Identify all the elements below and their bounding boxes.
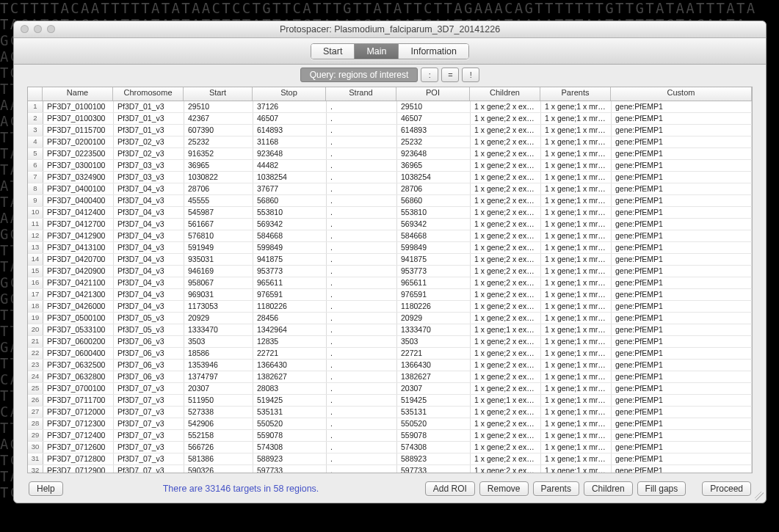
cell-strand: . [327, 336, 397, 347]
cell-stop: 1038254 [253, 172, 327, 183]
header-name[interactable]: Name [43, 87, 113, 101]
table-row[interactable]: 20PF3D7_0533100Pf3D7_05_v313334701342964… [28, 324, 752, 336]
table-row[interactable]: 4PF3D7_0200100Pf3D7_02_v32523231168.2523… [28, 136, 752, 148]
cell-custom: gene:PfEMP1 [612, 407, 752, 418]
cell-children: 1 x gene;2 x ex… [471, 453, 541, 464]
add-roi-button[interactable]: Add ROI [425, 481, 475, 496]
table-row[interactable]: 30PF3D7_0712600Pf3D7_07_v3566726574308.5… [28, 442, 752, 453]
cell-children: 1 x gene;2 x ex… [471, 148, 541, 159]
cell-children: 1 x gene;2 x ex… [471, 113, 541, 124]
cell-strand: . [327, 136, 397, 147]
cell-name: PF3D7_0420900 [43, 266, 114, 277]
table-row[interactable]: 8PF3D7_0400100Pf3D7_04_v32870637677.2870… [28, 183, 752, 195]
table-body[interactable]: 1PF3D7_0100100Pf3D7_01_v32951037126.2951… [28, 101, 752, 473]
query-bang-button[interactable]: ! [462, 68, 479, 82]
cell-parents: 1 x gene;1 x mr… [541, 360, 612, 371]
cell-stop: 37126 [253, 101, 327, 112]
table-row[interactable]: 23PF3D7_0632500Pf3D7_06_v313539461366430… [28, 360, 752, 371]
help-button[interactable]: Help [29, 481, 63, 496]
cell-parents: 1 x gene;1 x mr… [541, 418, 612, 429]
tab-main[interactable]: Main [355, 44, 399, 59]
header-poi[interactable]: POI [396, 87, 470, 101]
table-row[interactable]: 15PF3D7_0420900Pf3D7_04_v3946169953773.9… [28, 266, 752, 277]
table-row[interactable]: 10PF3D7_0412400Pf3D7_04_v3545987553810.5… [28, 207, 752, 219]
cell-strand: . [327, 101, 397, 112]
cell-start: 561667 [184, 219, 253, 230]
table-row[interactable]: 2PF3D7_0100300Pf3D7_01_v34236746507.4650… [28, 113, 752, 125]
tab-information[interactable]: Information [399, 44, 468, 59]
children-button[interactable]: Children [584, 481, 633, 496]
table-row[interactable]: 29PF3D7_0712400Pf3D7_07_v3552158559078.5… [28, 430, 752, 442]
table-row[interactable]: 24PF3D7_0632800Pf3D7_06_v313747971382627… [28, 371, 752, 383]
table-row[interactable]: 21PF3D7_0600200Pf3D7_06_v3350312835.3503… [28, 336, 752, 348]
cell-chromosome: Pf3D7_06_v3 [114, 371, 184, 382]
table-row[interactable]: 9PF3D7_0400400Pf3D7_04_v34555556860.5686… [28, 195, 752, 207]
cell-children: 1 x gene;2 x ex… [471, 277, 541, 288]
header-children[interactable]: Children [470, 87, 540, 101]
cell-poi: 1382627 [397, 371, 471, 382]
table-row[interactable]: 18PF3D7_0426000Pf3D7_04_v311730531180226… [28, 301, 752, 313]
table-row[interactable]: 17PF3D7_0421300Pf3D7_04_v3969031976591.9… [28, 289, 752, 301]
query-label[interactable]: Query: regions of interest [300, 68, 419, 82]
table-row[interactable]: 31PF3D7_0712800Pf3D7_07_v3581386588923.5… [28, 453, 752, 465]
header-stop[interactable]: Stop [253, 87, 326, 101]
cell-poi: 965611 [397, 277, 471, 288]
table-row[interactable]: 32PF3D7_0712900Pf3D7_07_v3590326597733.5… [28, 465, 752, 473]
cell-poi: 22721 [397, 348, 471, 359]
table-row[interactable]: 3PF3D7_0115700Pf3D7_01_v3607390614893.61… [28, 125, 752, 136]
table-row[interactable]: 16PF3D7_0421100Pf3D7_04_v3958067965611.9… [28, 277, 752, 289]
table-row[interactable]: 22PF3D7_0600400Pf3D7_06_v31858622721.227… [28, 348, 752, 360]
table-row[interactable]: 27PF3D7_0712000Pf3D7_07_v3527338535131.5… [28, 407, 752, 418]
row-number: 3 [28, 125, 43, 136]
table-row[interactable]: 13PF3D7_0413100Pf3D7_04_v3591949599849.5… [28, 242, 752, 254]
header-chromosome[interactable]: Chromosome [113, 87, 184, 101]
cell-strand: . [327, 348, 397, 359]
table-row[interactable]: 1PF3D7_0100100Pf3D7_01_v32951037126.2951… [28, 101, 752, 113]
cell-poi: 535131 [397, 407, 471, 418]
fill-gaps-button[interactable]: Fill gaps [637, 481, 686, 496]
tab-start[interactable]: Start [311, 44, 355, 59]
header-custom[interactable]: Custom [611, 87, 752, 101]
header-start[interactable]: Start [184, 87, 253, 101]
proceed-button[interactable]: Proceed [702, 481, 751, 496]
cell-name: PF3D7_0632500 [43, 360, 114, 371]
cell-name: PF3D7_0300100 [43, 160, 114, 171]
cell-parents: 1 x gene;1 x mr… [541, 148, 612, 159]
tab-segment: Start Main Information [311, 43, 469, 59]
table-row[interactable]: 14PF3D7_0420700Pf3D7_04_v3935031941875.9… [28, 254, 752, 266]
header-parents[interactable]: Parents [540, 87, 611, 101]
query-colon-button[interactable]: : [421, 68, 438, 82]
table-row[interactable]: 26PF3D7_0711700Pf3D7_07_v3511950519425.5… [28, 395, 752, 407]
cell-children: 1 x gene;2 x ex… [471, 136, 541, 147]
cell-chromosome: Pf3D7_03_v3 [114, 160, 184, 171]
table-row[interactable]: 19PF3D7_0500100Pf3D7_05_v32092928456.209… [28, 313, 752, 324]
cell-stop: 28083 [253, 383, 327, 394]
cell-strand: . [327, 289, 397, 300]
remove-button[interactable]: Remove [479, 481, 529, 496]
cell-custom: gene:PfEMP1 [612, 230, 752, 241]
cell-parents: 1 x gene;1 x mr… [541, 136, 612, 147]
table-row[interactable]: 11PF3D7_0412700Pf3D7_04_v3561667569342.5… [28, 219, 752, 230]
cell-chromosome: Pf3D7_01_v3 [114, 101, 184, 112]
cell-stop: 569342 [253, 219, 327, 230]
header-strand[interactable]: Strand [326, 87, 396, 101]
resize-grip-icon[interactable] [755, 492, 764, 500]
cell-parents: 1 x gene;1 x mr… [541, 407, 612, 418]
cell-children: 1 x gene;2 x ex… [471, 313, 541, 324]
titlebar[interactable]: Protospacer: Plasmodium_falciparum_3D7_2… [14, 21, 766, 38]
table-row[interactable]: 5PF3D7_0223500Pf3D7_02_v3916352923648.92… [28, 148, 752, 160]
row-number: 21 [28, 336, 43, 347]
table-row[interactable]: 12PF3D7_0412900Pf3D7_04_v3576810584668.5… [28, 230, 752, 242]
cell-children: 1 x gene;2 x ex… [471, 254, 541, 265]
query-equals-button[interactable]: = [441, 68, 459, 82]
table-row[interactable]: 25PF3D7_0700100Pf3D7_07_v32030728083.203… [28, 383, 752, 395]
cell-start: 511950 [184, 395, 253, 406]
table-row[interactable]: 7PF3D7_0324900Pf3D7_03_v310308221038254.… [28, 172, 752, 183]
table-row[interactable]: 6PF3D7_0300100Pf3D7_03_v33696544482.3696… [28, 160, 752, 172]
cell-strand: . [327, 148, 397, 159]
header-rownum[interactable] [28, 87, 43, 101]
table-row[interactable]: 28PF3D7_0712300Pf3D7_07_v3542906550520.5… [28, 418, 752, 430]
cell-parents: 1 x gene;1 x mr… [541, 219, 612, 230]
parents-button[interactable]: Parents [533, 481, 579, 496]
cell-parents: 1 x gene;1 x mr… [541, 395, 612, 406]
